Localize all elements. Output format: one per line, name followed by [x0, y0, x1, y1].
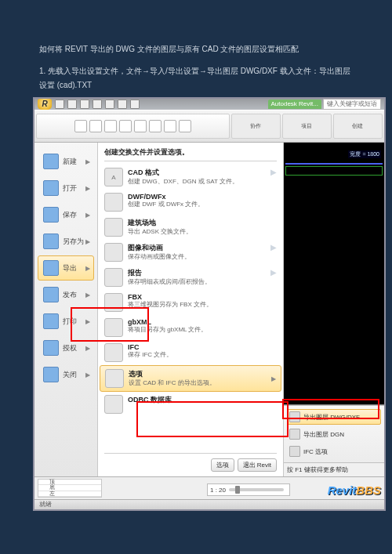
- options-button[interactable]: 选项: [211, 458, 234, 472]
- open-icon: [43, 180, 59, 196]
- ifc-icon: [104, 343, 123, 362]
- qat-save-icon[interactable]: [67, 100, 77, 109]
- ribbon: 协作 项目 创建: [34, 110, 384, 143]
- print-icon: [43, 313, 59, 329]
- license-icon: [43, 340, 59, 356]
- export-item-desc: 将项目另存为 gbXML 文件。: [128, 326, 277, 334]
- export-item-desc: 创建 DWG、DXF、DGN 或 SAT 文件。: [128, 178, 266, 186]
- qat-more-icon[interactable]: [130, 100, 140, 109]
- export-item-desc: 将三维视图另存为 FBX 文件。: [128, 301, 277, 309]
- export-item-title: FBX: [128, 293, 277, 301]
- zoom-slider-thumb[interactable]: [235, 486, 240, 494]
- ribbon-tool-icon[interactable]: [104, 120, 117, 132]
- export-item-desc: 保存明细表或房间/面积报告。: [128, 278, 266, 286]
- zoom-control[interactable]: 1 : 20: [207, 483, 290, 496]
- ribbon-tool-icon[interactable]: [134, 120, 147, 132]
- app-menu-item-label: 关闭: [63, 370, 77, 380]
- drawing-canvas[interactable]: 宽度 = 1800: [284, 143, 384, 405]
- zoom-scale-label: 1 : 20: [210, 487, 226, 494]
- app-menu-item-export[interactable]: 导出 ▶: [38, 255, 94, 281]
- qat-undo-icon[interactable]: [80, 100, 89, 109]
- export-item-title: IFC: [128, 343, 277, 351]
- ribbon-tool-icon[interactable]: [89, 120, 102, 132]
- app-menu-item-new[interactable]: 新建 ▶: [38, 149, 94, 174]
- app-menu-item-open[interactable]: 打开 ▶: [38, 176, 94, 201]
- chevron-right-icon: ▶: [85, 291, 90, 299]
- saveas-icon: [43, 234, 59, 249]
- ribbon-tool-icon[interactable]: [74, 120, 87, 132]
- ribbon-tool-icon[interactable]: [164, 120, 176, 132]
- app-menu-item-label: 保存: [63, 210, 77, 220]
- export-icon: [43, 260, 59, 276]
- export-option-flyout-item[interactable]: IFC 选项: [287, 444, 381, 459]
- app-menu-item-label: 打开: [63, 183, 77, 194]
- qat-sync-icon[interactable]: [118, 100, 127, 109]
- dimension-label: 宽度 = 1800: [348, 150, 381, 158]
- publish-icon: [43, 287, 59, 302]
- app-menu-item-save[interactable]: 保存 ▶: [38, 202, 94, 227]
- canvas-wall-element[interactable]: [285, 166, 383, 176]
- export-item-desc: 导出 ADSK 交换文件。: [128, 228, 277, 236]
- qat-open-icon[interactable]: [55, 100, 64, 109]
- doc-step-1: 1. 先载入导出设置文件，文件→导入/导出设置→导出图层 DWG/DXF 载入文…: [39, 64, 353, 92]
- chevron-right-icon: ▶: [85, 158, 90, 165]
- export-submenu-item[interactable]: 建筑场地 导出 ADSK 交换文件。: [104, 215, 277, 240]
- site-icon: [104, 218, 123, 237]
- app-menu-item-label: 新建: [63, 157, 77, 167]
- A-icon: A: [104, 168, 123, 186]
- app-menu-item-close[interactable]: 关闭 ▶: [38, 362, 94, 387]
- opt-icon: [105, 369, 124, 388]
- export-item-desc: 设置 CAD 和 IFC 的导出选项。: [129, 379, 267, 387]
- dwf-icon: [104, 193, 123, 212]
- chevron-right-icon: ▶: [270, 168, 277, 186]
- quick-access-toolbar: R Autodesk Revit... 键入关键字或短语: [34, 99, 384, 110]
- export-panel-header: 创建交换文件并设置选项。: [104, 147, 277, 161]
- ribbon-panel-collab[interactable]: 协作: [231, 114, 281, 139]
- chevron-right-icon: ▶: [271, 375, 276, 382]
- export-submenu-item[interactable]: A CAD 格式 创建 DWG、DXF、DGN 或 SAT 文件。 ▶: [104, 165, 277, 190]
- new-icon: [43, 154, 59, 169]
- app-menu-item-saveas[interactable]: 另存为 ▶: [38, 229, 94, 254]
- qat-redo-icon[interactable]: [93, 100, 102, 109]
- close-icon: [43, 367, 59, 382]
- chevron-right-icon: ▶: [85, 212, 90, 219]
- layer-icon: [289, 429, 300, 440]
- export-submenu-item[interactable]: 选项 设置 CAD 和 IFC 的导出选项。 ▶: [100, 365, 281, 392]
- ribbon-tool-icon[interactable]: [119, 120, 132, 132]
- app-menu-button[interactable]: R: [38, 99, 52, 110]
- ribbon-tool-icon[interactable]: [149, 120, 162, 132]
- export-submenu-item[interactable]: IFC 保存 IFC 文件。: [104, 340, 277, 365]
- export-submenu-item[interactable]: 报告 保存明细表或房间/面积报告。 ▶: [104, 265, 277, 290]
- exit-revit-button[interactable]: 退出 Revit: [238, 458, 277, 472]
- app-menu-item-publish[interactable]: 发布 ▶: [38, 282, 94, 307]
- export-option-flyout-item[interactable]: 导出图层 DGN: [287, 426, 381, 442]
- export-submenu-item[interactable]: 图像和动画 保存动画或图像文件。 ▶: [104, 240, 277, 265]
- qat-print-icon[interactable]: [105, 100, 114, 109]
- export-item-title: 选项: [129, 369, 267, 379]
- annotation-red-box-options: [136, 401, 289, 437]
- chevron-right-icon: ▶: [270, 243, 277, 262]
- img-icon: [104, 243, 123, 262]
- f1-hint: 按 F1 键获得更多帮助: [284, 462, 384, 476]
- app-menu-item-label: 导出: [63, 263, 77, 273]
- ribbon-panel-project[interactable]: 项目: [282, 114, 332, 139]
- doc-title: 如何将 REVIT 导出的 DWG 文件的图层与原有 CAD 文件的图层设置相匹…: [39, 42, 353, 56]
- chevron-right-icon: ▶: [85, 265, 90, 272]
- canvas-dim-line: [285, 163, 383, 165]
- ribbon-panel-create[interactable]: 创建: [333, 114, 383, 139]
- revit-title-tab: Autodesk Revit...: [268, 100, 321, 109]
- export-item-desc: 创建 DWF 或 DWFx 文件。: [128, 201, 277, 208]
- app-menu-item-label: 另存为: [63, 237, 84, 247]
- export-item-title: 报告: [128, 268, 266, 278]
- ribbon-tool-icon[interactable]: [179, 120, 191, 132]
- export-submenu-item[interactable]: DWF/DWFx 创建 DWF 或 DWFx 文件。: [104, 190, 277, 215]
- infocenter-search[interactable]: 键入关键字或短语: [323, 99, 381, 110]
- export-item-title: DWF/DWFx: [128, 193, 277, 201]
- app-menu-item-label: 授权: [63, 343, 77, 353]
- odbc-icon: [104, 395, 123, 414]
- ribbon-panel-main: [36, 114, 230, 139]
- view-control-bar: 顶 底 左 1 : 20 RevitBBS: [34, 476, 384, 499]
- annotation-red-box-dwg-layers: [282, 399, 379, 419]
- export-item-desc: 保存 IFC 文件。: [128, 351, 277, 359]
- revit-screenshot: R Autodesk Revit... 键入关键字或短语: [33, 97, 386, 511]
